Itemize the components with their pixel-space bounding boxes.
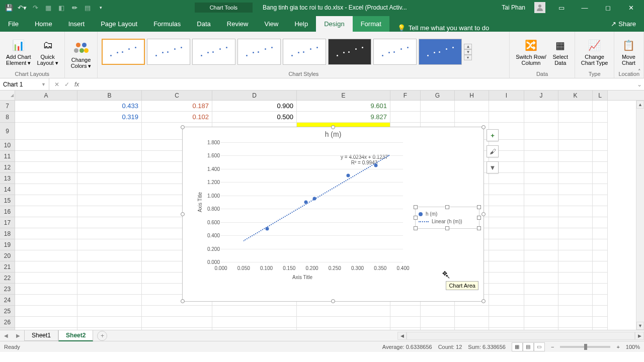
name-box-dropdown-icon[interactable]: ▼	[41, 82, 46, 87]
resize-handle[interactable]	[181, 125, 185, 129]
cancel-formula-icon[interactable]: ✕	[54, 81, 59, 88]
cell[interactable]	[558, 250, 593, 261]
cell[interactable]	[15, 295, 77, 306]
cell[interactable]	[77, 228, 142, 239]
cell[interactable]	[77, 317, 142, 328]
cell[interactable]	[489, 317, 524, 328]
cell[interactable]	[77, 295, 142, 306]
share-button[interactable]: ↗ Share	[603, 16, 644, 32]
column-header[interactable]: H	[455, 90, 489, 100]
cell[interactable]	[212, 306, 297, 317]
cell[interactable]	[558, 273, 593, 284]
add-sheet-button[interactable]: +	[97, 331, 107, 341]
cell[interactable]	[558, 184, 593, 195]
cell[interactable]	[77, 140, 142, 151]
cell[interactable]	[390, 317, 421, 328]
cell[interactable]	[593, 195, 608, 206]
row-header[interactable]: 19	[0, 239, 15, 250]
column-header[interactable]: I	[489, 90, 524, 100]
column-header[interactable]: C	[142, 90, 212, 100]
switch-row-column-button[interactable]: 🔀 Switch Row/ Column	[514, 37, 548, 67]
cell[interactable]: 9.601	[297, 101, 390, 112]
cell[interactable]	[558, 101, 593, 112]
tab-design[interactable]: Design	[316, 16, 352, 32]
vertical-scrollbar[interactable]: ▲ ▼	[636, 101, 644, 330]
cell[interactable]	[15, 140, 77, 151]
row-header[interactable]: 27	[0, 328, 15, 330]
chart-legend[interactable]: h (m) Linear (h (m))	[415, 207, 479, 229]
tab-page-layout[interactable]: Page Layout	[93, 16, 145, 32]
formula-input[interactable]	[84, 78, 635, 90]
fx-icon[interactable]: fx	[74, 81, 79, 88]
select-data-button[interactable]: ▦ Select Data	[550, 37, 571, 67]
sheet-tab-sheet1[interactable]: Sheet1	[24, 330, 58, 341]
data-point[interactable]	[304, 201, 308, 204]
cell[interactable]	[524, 261, 558, 273]
cell[interactable]	[558, 328, 593, 330]
chart-style-thumbnail[interactable]	[328, 39, 371, 65]
cell[interactable]	[15, 306, 77, 317]
cell[interactable]	[77, 273, 142, 284]
expand-formula-bar-icon[interactable]: ⌄	[635, 81, 644, 88]
scroll-down-icon[interactable]: ▼	[636, 322, 644, 330]
gallery-scroll-button[interactable]: ▾	[464, 55, 472, 60]
resize-handle[interactable]	[331, 299, 335, 303]
cell[interactable]	[15, 173, 77, 184]
cell[interactable]	[558, 123, 593, 140]
cell[interactable]	[77, 328, 142, 330]
cell[interactable]	[524, 306, 558, 317]
row-header[interactable]: 16	[0, 206, 15, 217]
cell[interactable]	[593, 295, 608, 306]
enter-formula-icon[interactable]: ✓	[64, 81, 69, 88]
resize-handle[interactable]	[481, 212, 486, 216]
cell[interactable]: 0.900	[212, 101, 297, 112]
column-header[interactable]: E	[297, 90, 390, 100]
move-chart-button[interactable]: 📋 Move Chart	[618, 37, 638, 67]
x-axis-title[interactable]: Axis Title	[292, 275, 312, 280]
zoom-thumb[interactable]	[584, 344, 587, 350]
cell[interactable]	[558, 295, 593, 306]
cell[interactable]	[524, 162, 558, 173]
cell[interactable]	[593, 239, 608, 250]
cell[interactable]	[390, 101, 421, 112]
chart-style-thumbnail[interactable]	[192, 39, 235, 65]
cell[interactable]	[593, 173, 608, 184]
row-header[interactable]: 13	[0, 173, 15, 184]
select-all-corner[interactable]	[0, 90, 15, 100]
cell[interactable]	[489, 184, 524, 195]
cell[interactable]	[142, 328, 212, 330]
chart-style-thumbnail[interactable]	[102, 39, 145, 65]
redo-icon[interactable]: ↷	[31, 4, 39, 12]
tab-review[interactable]: Review	[219, 16, 257, 32]
cell[interactable]	[524, 239, 558, 250]
row-header[interactable]: 24	[0, 295, 15, 306]
cell[interactable]	[524, 140, 558, 151]
worksheet-grid[interactable]: ABCDEFGHIJKL 70.4330.1870.9009.60180.319…	[0, 90, 644, 330]
scroll-right-icon[interactable]: ▶	[635, 332, 644, 340]
row-header[interactable]: 10	[0, 140, 15, 151]
undo-icon[interactable]: ↶▾	[18, 4, 26, 12]
cell[interactable]	[524, 284, 558, 295]
cell[interactable]	[489, 195, 524, 206]
minimize-icon[interactable]: —	[578, 1, 592, 15]
quick-layout-button[interactable]: 🗂 Quick Layout ▾	[35, 37, 60, 67]
cell[interactable]	[15, 195, 77, 206]
cell[interactable]	[15, 184, 77, 195]
chart-style-thumbnail[interactable]	[419, 39, 462, 65]
name-box[interactable]: Chart 1 ▼	[0, 78, 49, 90]
cell[interactable]: 0.187	[142, 101, 212, 112]
cell[interactable]: 0.319	[77, 112, 142, 123]
resize-handle[interactable]	[181, 212, 185, 216]
legend-entry-trendline[interactable]: Linear (h (m))	[419, 218, 476, 225]
tab-file[interactable]: File	[0, 16, 27, 32]
cell[interactable]	[593, 306, 608, 317]
cell[interactable]	[297, 317, 390, 328]
cell[interactable]	[593, 101, 608, 112]
horizontal-scrollbar[interactable]: ◀ ▶	[397, 330, 644, 341]
row-header[interactable]: 18	[0, 228, 15, 239]
row-header[interactable]: 17	[0, 217, 15, 228]
cell[interactable]	[142, 306, 212, 317]
cell[interactable]	[524, 250, 558, 261]
cell[interactable]	[15, 162, 77, 173]
row-header[interactable]: 15	[0, 195, 15, 206]
